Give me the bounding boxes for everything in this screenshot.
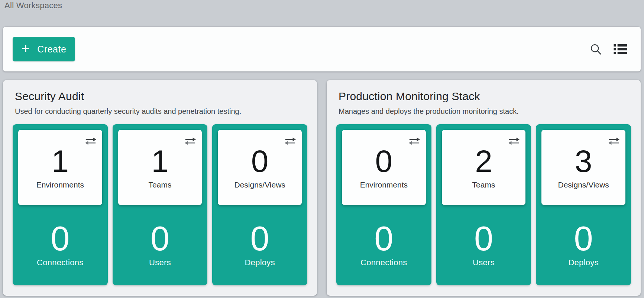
- all-workspaces-page: { "page": { "title": "All Workspaces" },…: [0, 0, 644, 298]
- swap-icon[interactable]: [408, 137, 420, 146]
- tile-bottom-panel: 0 Connections: [18, 221, 102, 267]
- tile-bottom-value: 0: [218, 221, 302, 256]
- tile-bottom-panel: 0 Users: [118, 221, 202, 267]
- tile-bottom-value: 0: [342, 221, 426, 256]
- stat-tile-row: 0 Environments 0 Connections 2: [336, 124, 631, 285]
- workspace-card: Security Audit Used for conducting quart…: [3, 80, 317, 296]
- tile-top-panel: 1 Environments: [18, 130, 102, 205]
- tile-top-value: 1: [51, 145, 69, 177]
- stat-tile-designs-views[interactable]: 3 Designs/Views 0 Deploys: [536, 124, 631, 285]
- tile-top-value: 0: [375, 145, 392, 177]
- swap-icon[interactable]: [508, 137, 520, 146]
- swap-icon[interactable]: [608, 137, 620, 146]
- tile-bottom-panel: 0 Deploys: [218, 221, 302, 267]
- workspace-description: Used for conducting quarterly security a…: [15, 107, 307, 116]
- tile-bottom-value: 0: [118, 221, 202, 256]
- tile-bottom-value: 0: [18, 221, 102, 256]
- workspace-card: Production Monitoring Stack Manages and …: [327, 80, 641, 296]
- tile-top-panel: 2 Teams: [442, 130, 526, 205]
- toolbar-icon-group: [590, 44, 627, 55]
- tile-bottom-value: 0: [541, 221, 625, 256]
- swap-icon[interactable]: [184, 137, 196, 146]
- page-title: All Workspaces: [4, 1, 62, 10]
- tile-bottom-label: Connections: [342, 258, 426, 267]
- stat-tile-teams[interactable]: 1 Teams 0 Users: [113, 124, 208, 285]
- stat-tile-teams[interactable]: 2 Teams 0 Users: [436, 124, 531, 285]
- list-view-icon[interactable]: [614, 44, 627, 55]
- tile-bottom-panel: 0 Connections: [342, 221, 426, 267]
- tile-top-label: Designs/Views: [558, 180, 609, 189]
- toolbar: + Create: [3, 27, 641, 71]
- tile-top-panel: 3 Designs/Views: [541, 130, 625, 205]
- swap-icon[interactable]: [284, 137, 296, 146]
- stat-tile-environments[interactable]: 0 Environments 0 Connections: [336, 124, 431, 285]
- tile-top-value: 2: [475, 145, 492, 177]
- search-icon[interactable]: [590, 44, 602, 55]
- tile-bottom-panel: 0 Users: [442, 221, 526, 267]
- workspace-grid: Security Audit Used for conducting quart…: [3, 80, 641, 296]
- tile-bottom-label: Deploys: [541, 258, 625, 267]
- stat-tile-row: 1 Environments 0 Connections 1: [13, 124, 307, 285]
- tile-bottom-label: Deploys: [218, 258, 302, 267]
- tile-bottom-label: Users: [118, 258, 202, 267]
- tile-top-label: Designs/Views: [234, 180, 285, 189]
- tile-bottom-value: 0: [442, 221, 526, 256]
- tile-bottom-label: Connections: [18, 258, 102, 267]
- tile-top-panel: 1 Teams: [118, 130, 202, 205]
- tile-top-value: 1: [151, 145, 169, 177]
- stat-tile-environments[interactable]: 1 Environments 0 Connections: [13, 124, 108, 285]
- tile-bottom-label: Users: [442, 258, 526, 267]
- tile-bottom-panel: 0 Deploys: [541, 221, 625, 267]
- tile-top-label: Environments: [36, 180, 84, 189]
- workspace-description: Manages and deploys the production monit…: [339, 107, 631, 116]
- tile-top-panel: 0 Environments: [342, 130, 426, 205]
- tile-top-value: 0: [251, 145, 269, 177]
- tile-top-panel: 0 Designs/Views: [218, 130, 302, 205]
- tile-top-label: Teams: [472, 180, 495, 189]
- tile-top-value: 3: [575, 145, 592, 177]
- create-button[interactable]: + Create: [13, 37, 75, 61]
- swap-icon[interactable]: [85, 137, 97, 146]
- workspace-title: Security Audit: [15, 90, 307, 103]
- tile-top-label: Environments: [360, 180, 408, 189]
- plus-icon: +: [22, 41, 30, 55]
- create-button-label: Create: [37, 44, 66, 55]
- tile-top-label: Teams: [149, 180, 172, 189]
- workspace-title: Production Monitoring Stack: [339, 90, 631, 103]
- stat-tile-designs-views[interactable]: 0 Designs/Views 0 Deploys: [212, 124, 307, 285]
